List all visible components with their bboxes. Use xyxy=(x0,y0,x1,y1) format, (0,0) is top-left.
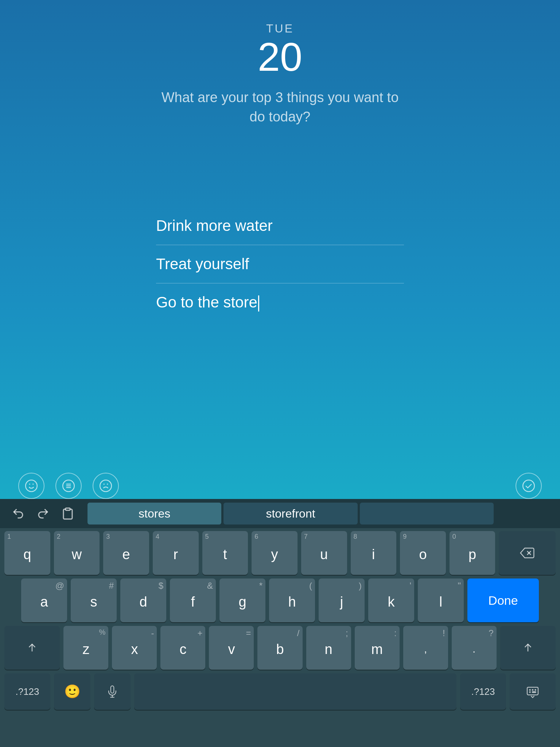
autocomplete-storefront[interactable]: storefront xyxy=(223,503,357,525)
day-label: TUE xyxy=(266,22,294,35)
key-h[interactable]: (h xyxy=(269,578,315,622)
key-a[interactable]: @a xyxy=(21,578,67,622)
subtitle-text: What are your top 3 things you want to d… xyxy=(152,88,408,127)
task-text-3: Go to the store xyxy=(156,294,259,311)
key-k[interactable]: 'k xyxy=(368,578,414,622)
key-b[interactable]: /b xyxy=(257,626,302,670)
checkmark-icon[interactable] xyxy=(516,473,542,499)
key-o[interactable]: 9o xyxy=(400,531,446,575)
task-text-1: Drink more water xyxy=(156,217,273,234)
autocomplete-empty[interactable] xyxy=(360,503,494,525)
key-u[interactable]: 7u xyxy=(301,531,347,575)
shift-left-key[interactable] xyxy=(4,626,60,670)
key-s[interactable]: #s xyxy=(71,578,117,622)
key-w[interactable]: 2w xyxy=(54,531,100,575)
clipboard-button[interactable] xyxy=(57,503,79,525)
autocomplete-stores[interactable]: stores xyxy=(88,503,221,525)
key-v[interactable]: =v xyxy=(209,626,254,670)
bottom-toolbar xyxy=(0,473,560,499)
toolbar-left xyxy=(18,473,119,499)
task-item-2[interactable]: Treat yourself xyxy=(156,245,404,283)
svg-point-10 xyxy=(523,480,534,492)
key-f[interactable]: &f xyxy=(170,578,216,622)
numbers-key-right[interactable]: .?123 xyxy=(460,673,506,710)
autocomplete-bar: stores storefront xyxy=(0,499,560,528)
svg-point-7 xyxy=(100,480,112,492)
numbers-key-left[interactable]: .?123 xyxy=(4,673,50,710)
key-j[interactable]: )j xyxy=(319,578,365,622)
undo-button[interactable] xyxy=(7,503,29,525)
shift-right-key[interactable] xyxy=(500,626,556,670)
menu-icon[interactable] xyxy=(55,473,82,499)
svg-rect-11 xyxy=(66,508,70,510)
key-row-4: .?123 🙂 .?123 xyxy=(4,673,556,710)
key-period[interactable]: ?. xyxy=(452,626,497,670)
keyboard-rows: 1q 2w 3e 4r 5t 6y 7u 8i 9o 0p xyxy=(0,528,560,747)
smiley-icon[interactable] xyxy=(18,473,44,499)
key-t[interactable]: 5t xyxy=(202,531,248,575)
key-row-1: 1q 2w 3e 4r 5t 6y 7u 8i 9o 0p xyxy=(4,531,556,575)
key-p[interactable]: 0p xyxy=(450,531,495,575)
redo-button[interactable] xyxy=(32,503,54,525)
undo-redo-area xyxy=(7,503,79,525)
key-d[interactable]: $d xyxy=(120,578,166,622)
key-c[interactable]: +c xyxy=(160,626,205,670)
key-row-3: %z -x +c =v /b ;n :m !, ?. xyxy=(4,626,556,670)
key-r[interactable]: 4r xyxy=(153,531,199,575)
key-z[interactable]: %z xyxy=(63,626,108,670)
spacebar-key[interactable] xyxy=(134,673,456,710)
emoji-key[interactable]: 🙂 xyxy=(54,673,90,710)
key-y[interactable]: 6y xyxy=(252,531,298,575)
hide-keyboard-key[interactable] xyxy=(510,673,556,710)
date-number: 20 xyxy=(258,37,302,77)
key-e[interactable]: 3e xyxy=(103,531,149,575)
key-i[interactable]: 8i xyxy=(351,531,397,575)
task-list: Drink more water Treat yourself Go to th… xyxy=(156,207,404,322)
task-item-1[interactable]: Drink more water xyxy=(156,207,404,245)
keyboard[interactable]: stores storefront 1q 2w 3e 4r 5t 6y 7u 8… xyxy=(0,499,560,747)
key-m[interactable]: :m xyxy=(355,626,400,670)
key-n[interactable]: ;n xyxy=(306,626,351,670)
delete-key[interactable] xyxy=(499,531,556,575)
sad-face-icon[interactable] xyxy=(93,473,119,499)
svg-rect-18 xyxy=(527,687,538,695)
key-x[interactable]: -x xyxy=(112,626,157,670)
key-q[interactable]: 1q xyxy=(4,531,50,575)
microphone-key[interactable] xyxy=(94,673,131,710)
key-row-2: @a #s $d &f *g (h )j 'k "l Done xyxy=(4,578,556,622)
task-item-3[interactable]: Go to the store xyxy=(156,283,404,322)
key-l[interactable]: "l xyxy=(418,578,464,622)
svg-point-0 xyxy=(26,480,37,492)
key-comma[interactable]: !, xyxy=(403,626,448,670)
key-g[interactable]: *g xyxy=(219,578,265,622)
task-text-2: Treat yourself xyxy=(156,255,249,272)
done-button[interactable]: Done xyxy=(467,578,539,622)
header-section: TUE 20 What are your top 3 things you wa… xyxy=(152,22,408,127)
